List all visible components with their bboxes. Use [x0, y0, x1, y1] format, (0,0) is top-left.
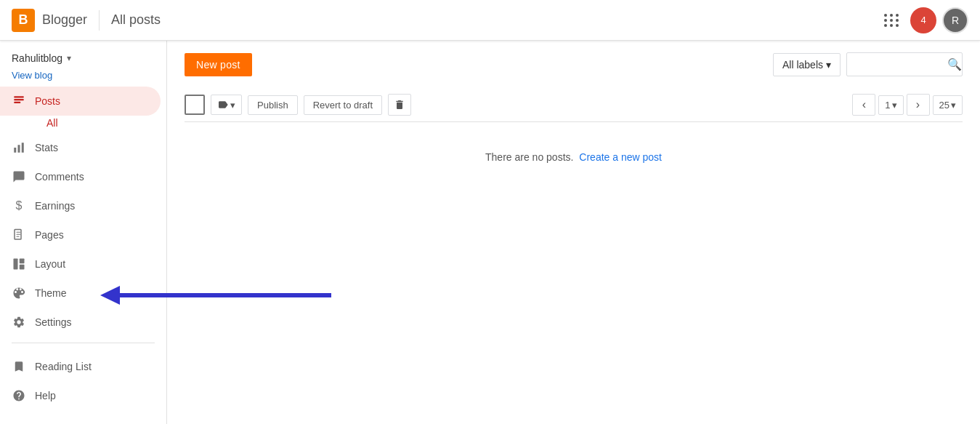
posts-toolbar: ▾ Publish Revert to draft ‹ 1 ▾ › 25 ▾ [185, 88, 963, 122]
sidebar-item-settings[interactable]: Settings [0, 308, 161, 337]
sidebar-item-layout[interactable]: Layout [0, 249, 161, 279]
sidebar-item-label-pages: Pages [35, 229, 64, 241]
comments-icon [12, 169, 26, 184]
sidebar-item-earnings[interactable]: $ Earnings [0, 191, 161, 220]
prev-page-button[interactable]: ‹ [852, 94, 875, 116]
stats-icon [12, 140, 26, 155]
sidebar-item-label-comments: Comments [35, 171, 84, 183]
svg-rect-0 [14, 96, 24, 97]
search-box: 🔍 [846, 52, 963, 76]
new-post-button[interactable]: New post [185, 53, 252, 76]
blogger-logo-icon: B [12, 9, 35, 32]
svg-rect-2 [14, 102, 20, 103]
page-number-selector[interactable]: 1 ▾ [878, 95, 903, 115]
reading-list-icon [12, 359, 26, 374]
view-blog-link[interactable]: View blog [0, 70, 166, 87]
select-all-checkbox[interactable] [185, 95, 205, 115]
label-button[interactable]: ▾ [211, 95, 242, 115]
svg-rect-7 [14, 259, 18, 270]
svg-rect-1 [14, 99, 24, 100]
trash-icon [394, 99, 405, 111]
sidebar-item-label-posts: Posts [35, 95, 60, 107]
sidebar-item-posts[interactable]: Posts [0, 87, 161, 116]
svg-rect-5 [22, 143, 24, 153]
sidebar-item-label-settings: Settings [35, 316, 72, 328]
sidebar-item-label-theme: Theme [35, 287, 67, 299]
empty-state: There are no posts. Create a new post [185, 122, 963, 192]
app-name: Blogger [42, 12, 87, 28]
sidebar-item-help[interactable]: Help [0, 381, 161, 410]
all-labels-chevron-icon: ▾ [826, 59, 831, 71]
sidebar-item-reading-list[interactable]: Reading List [0, 352, 161, 381]
notification-badge[interactable]: 4 [910, 7, 936, 33]
svg-rect-9 [20, 265, 25, 270]
sidebar-item-label-earnings: Earnings [35, 200, 75, 212]
sidebar-item-stats[interactable]: Stats [0, 133, 161, 162]
grid-menu-button[interactable] [878, 7, 904, 33]
sidebar-bottom: Reading List Help [0, 349, 166, 410]
per-page-chevron-icon: ▾ [951, 100, 956, 111]
main-layout: Rahulitblog ▾ View blog Posts All Stats [0, 41, 980, 424]
sidebar-item-label-layout: Layout [35, 258, 65, 270]
subnav-all[interactable]: All [38, 113, 161, 133]
main-content: New post All labels ▾ 🔍 ▾ Publish Revert… [167, 41, 980, 424]
delete-button[interactable] [388, 94, 411, 116]
per-page-selector[interactable]: 25 ▾ [933, 95, 963, 115]
sidebar-item-label-reading-list: Reading List [35, 361, 92, 372]
all-labels-dropdown[interactable]: All labels ▾ [773, 53, 841, 76]
sidebar-item-label-stats: Stats [35, 142, 58, 153]
header-title: All posts [111, 12, 161, 28]
top-toolbar: New post All labels ▾ 🔍 [185, 52, 963, 76]
sidebar-item-comments[interactable]: Comments [0, 162, 161, 191]
sidebar-divider [12, 343, 155, 343]
revert-to-draft-button[interactable]: Revert to draft [304, 95, 382, 115]
header-actions: 4 R [878, 7, 968, 33]
blog-name-dropdown[interactable]: Rahulitblog ▾ [0, 47, 166, 70]
help-icon [12, 388, 26, 403]
publish-button[interactable]: Publish [248, 95, 298, 115]
svg-rect-3 [14, 148, 16, 153]
user-avatar[interactable]: R [942, 7, 968, 33]
create-new-post-link[interactable]: Create a new post [579, 151, 662, 163]
layout-icon [12, 257, 26, 271]
label-btn-arrow: ▾ [230, 100, 235, 111]
dropdown-arrow-icon: ▾ [67, 53, 71, 63]
sidebar-item-label-help: Help [35, 390, 56, 401]
svg-rect-4 [18, 145, 20, 153]
sidebar: Rahulitblog ▾ View blog Posts All Stats [0, 41, 167, 424]
label-icon [217, 99, 229, 111]
posts-icon [12, 94, 26, 108]
header: B Blogger All posts 4 R [0, 0, 980, 41]
page-chevron-icon: ▾ [892, 100, 897, 111]
header-divider [99, 10, 100, 31]
settings-icon [12, 315, 26, 329]
earnings-icon: $ [12, 199, 26, 213]
posts-subnav: All [0, 113, 166, 133]
sidebar-item-theme[interactable]: Theme [0, 279, 161, 308]
svg-rect-8 [20, 259, 25, 264]
pagination: ‹ 1 ▾ › 25 ▾ [852, 94, 963, 116]
next-page-button[interactable]: › [907, 94, 930, 116]
logo-area: B Blogger [12, 9, 87, 32]
search-input[interactable] [853, 59, 947, 71]
sidebar-item-pages[interactable]: Pages [0, 220, 161, 249]
pages-icon [12, 228, 26, 242]
search-icon[interactable]: 🔍 [947, 57, 962, 71]
theme-icon [12, 286, 26, 300]
